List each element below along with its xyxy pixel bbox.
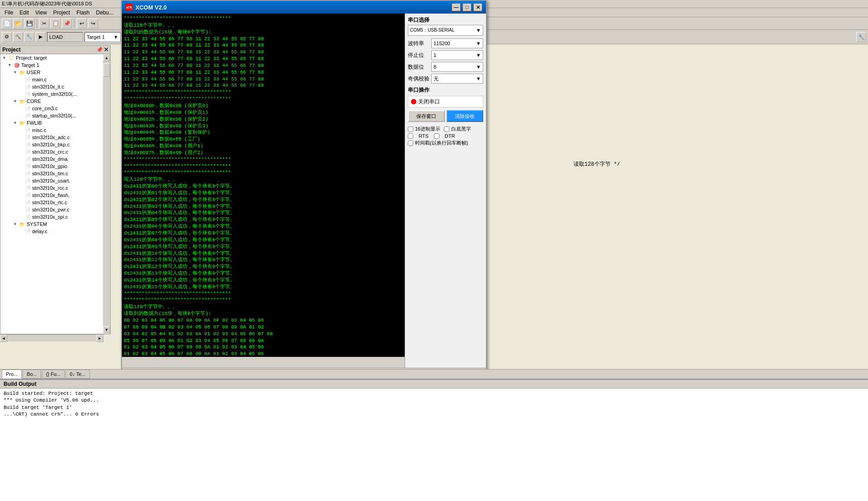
target-dropdown[interactable]: Target 1 ▼ (84, 32, 121, 42)
tree-item-label: SYSTEM (27, 221, 47, 227)
tree-item[interactable]: ▼⬡Project: target (0, 54, 103, 61)
close-port-row[interactable]: 关闭串口 (408, 96, 483, 108)
bottom-tab[interactable]: Pro... (2, 370, 22, 379)
menu-debug[interactable]: Debu... (93, 9, 117, 16)
scroll-left-btn[interactable]: ◄ (0, 335, 7, 342)
stop-select[interactable]: 1 ▼ (431, 50, 483, 60)
tree-item[interactable]: 📄stm32f10x_spi.c (0, 213, 103, 220)
tree-item[interactable]: 📄startup_stm32f10(... (0, 112, 103, 119)
toolbar2-settings[interactable]: 🔧 (856, 32, 866, 42)
tree-item[interactable]: 📄stm32f10x_rcc.c (0, 184, 103, 192)
white-black-label: 白底黑字 (451, 126, 471, 132)
dtr-label: DTR (445, 133, 455, 139)
tree-item[interactable]: 📄stm32f10x_gpio. (0, 163, 103, 170)
stop-row: 停止位 1 ▼ (408, 50, 483, 60)
tree-item-label: CORE (27, 98, 41, 104)
build-output-line: ...\CRT) cannot cr%"... 0 Errors (4, 411, 864, 418)
tree-item[interactable]: 📄main.c (0, 76, 103, 83)
bottom-tab[interactable]: {} Fu... (42, 370, 65, 379)
tree-item-label: stm32f10x_adc.c (32, 135, 70, 140)
tree-item[interactable]: ▼📁USER (0, 69, 103, 76)
toolbar-btn-3[interactable]: 💾 (24, 19, 34, 28)
toolbar2-btn-1[interactable]: ⚙ (2, 32, 12, 42)
tree-item[interactable]: 📄core_cm3.c (0, 105, 103, 112)
build-output-line: Build started: Project: target (4, 390, 864, 397)
toolbar2-btn-4[interactable]: ▶ (36, 32, 46, 42)
menu-edit[interactable]: Edit (17, 9, 32, 16)
toolbar-paste[interactable]: 📌 (62, 19, 72, 28)
xcom-close-btn[interactable]: ✕ (473, 3, 482, 11)
project-panel: Project 📌 ✕ ▼⬡Project: target▼🎯Target 1▼… (0, 45, 111, 334)
menu-flash[interactable]: Flash (74, 9, 92, 16)
menu-file[interactable]: File (2, 9, 16, 16)
tree-item[interactable]: 📄misc.c (0, 126, 103, 134)
save-window-btn[interactable]: 保存窗口 (408, 110, 445, 122)
white-black-check[interactable] (444, 126, 449, 132)
tree-item-label: FWLIB (27, 120, 42, 126)
tree-item[interactable]: 📄stm32f10x_tim.c (0, 170, 103, 177)
tree-item[interactable]: ▼📁FWLIB (0, 119, 103, 126)
toolbar-copy[interactable]: 📋 (51, 19, 61, 28)
tree-item-label: stm32f10x_rcc.c (32, 185, 68, 191)
parity-value: 无 (434, 75, 439, 82)
tree-item[interactable]: 📄stm32f10x_crc.c (0, 148, 103, 155)
tree-item-label: stm32f10x_bkp.c (32, 142, 70, 147)
tree-item[interactable]: ▼📁SYSTEM (0, 220, 103, 228)
xcom-title-controls: — □ ✕ (452, 3, 482, 11)
stop-arrow-icon: ▼ (476, 52, 481, 58)
data-select[interactable]: 8 ▼ (431, 62, 483, 72)
data-row: 数据位 8 ▼ (408, 62, 483, 72)
baud-select[interactable]: 115200 ▼ (431, 38, 483, 48)
bottom-tab[interactable]: 0↓ Te... (65, 370, 89, 379)
tree-item[interactable]: 📄stm32f10x_bkp.c (0, 141, 103, 148)
tree-item[interactable]: ▼🎯Target 1 (0, 61, 103, 69)
parity-select[interactable]: 无 ▼ (431, 74, 483, 84)
toolbar-undo[interactable]: ↩ (77, 19, 87, 28)
tree-item-label: stm32f10x_pwr.c (32, 207, 70, 212)
scroll-thumb[interactable] (103, 63, 110, 77)
xcom-logo-text: ATK (126, 6, 132, 9)
menu-project[interactable]: Project (51, 9, 73, 16)
port-select[interactable]: COM5：USB-SERIAL ▼ (408, 25, 483, 36)
toolbar-btn-2[interactable]: 📂 (13, 19, 23, 28)
action-buttons: 保存窗口 清除接收 (408, 110, 483, 122)
load-indicator: LOAD (47, 32, 83, 42)
tree-item[interactable]: 📄stm32f10x_it.c (0, 83, 103, 90)
panel-pin-icon[interactable]: 📌 (96, 47, 103, 53)
rts-check[interactable] (408, 133, 413, 139)
tree-item[interactable]: 📄stm32f10x_dma. (0, 155, 103, 163)
tree-item-label: stm32f10x_dma. (32, 156, 69, 162)
tree-item-label: stm32f10x_it.c (32, 84, 64, 89)
tree-item[interactable]: 📄stm32f10x_usart. (0, 177, 103, 184)
baud-row: 波特率 115200 ▼ (408, 38, 483, 48)
bottom-tab[interactable]: Bo... (23, 370, 41, 379)
panel-close-icon[interactable]: ✕ (104, 47, 108, 53)
build-output-line: *** Using Compiler 'V5.06 upd... (4, 397, 864, 404)
tree-item[interactable]: 📄delay.c (0, 228, 103, 235)
xcom-minimize-btn[interactable]: — (452, 3, 461, 11)
scroll-right-btn[interactable]: ► (96, 335, 103, 342)
tree-item[interactable]: 📄stm32f10x_adc.c (0, 134, 103, 141)
scroll-down-btn[interactable]: ▼ (103, 326, 110, 333)
toolbar-cut[interactable]: ✂ (39, 19, 49, 28)
toolbar2-btn-2[interactable]: 🔨 (13, 32, 23, 42)
dtr-check[interactable] (434, 133, 439, 139)
clear-recv-btn[interactable]: 清除接收 (447, 110, 484, 122)
tree-item[interactable]: ▼📁CORE (0, 98, 103, 105)
toolbar-btn-1[interactable]: 📄 (2, 19, 12, 28)
scroll-up-btn[interactable]: ▲ (103, 54, 110, 61)
tree-item[interactable]: 📄system_stm32f10(... (0, 90, 103, 98)
toolbar-redo[interactable]: ↪ (88, 19, 98, 28)
tree-item[interactable]: 📄stm32f10x_rtc.c (0, 199, 103, 206)
hex-display-check[interactable] (408, 126, 413, 132)
toolbar2-btn-3[interactable]: 🔧 (24, 32, 34, 42)
xcom-maximize-btn[interactable]: □ (462, 3, 471, 11)
timestamp-check[interactable] (408, 140, 413, 146)
h-scroll-bar: ◄ ► (0, 334, 103, 342)
port-value: COM5：USB-SERIAL (410, 27, 454, 33)
tree-item[interactable]: 📄stm32f10x_pwr.c (0, 206, 103, 213)
rts-label: RTS (419, 133, 429, 139)
menu-view[interactable]: View (33, 9, 50, 16)
project-tree: ▼⬡Project: target▼🎯Target 1▼📁USER📄main.c… (0, 54, 110, 333)
tree-item[interactable]: 📄stm32f10x_flash. (0, 192, 103, 199)
